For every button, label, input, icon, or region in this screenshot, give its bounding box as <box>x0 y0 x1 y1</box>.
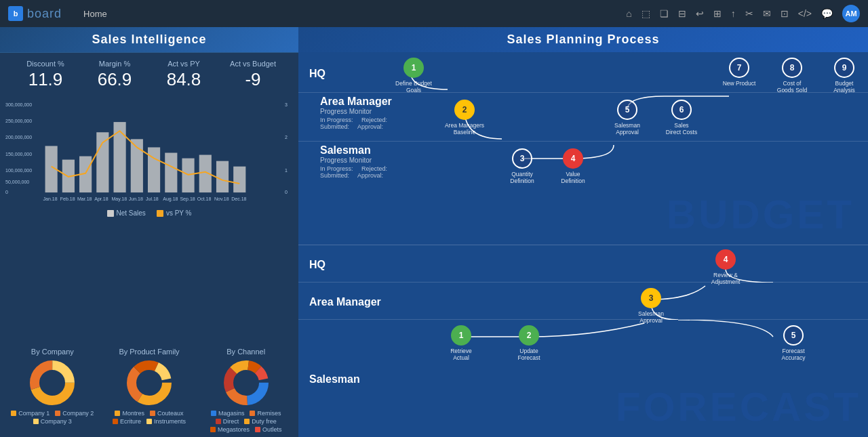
chart-legend: Net Sales vs PY % <box>5 208 293 218</box>
step-3: 3 QuantityDefinition <box>502 148 542 184</box>
donuts-section: By Company Company 1 Company 2 Company 3 <box>0 344 298 437</box>
kpi-margin-value: 66.9 <box>80 69 149 90</box>
share-icon[interactable]: ↑ <box>731 8 736 19</box>
step-5-circle: 5 <box>617 100 637 120</box>
panels-icon[interactable]: ❏ <box>660 8 669 19</box>
svg-text:Oct.18: Oct.18 <box>197 196 212 201</box>
code-icon[interactable]: </> <box>798 8 812 19</box>
forecast-am-label: Area Manager <box>298 292 392 310</box>
topnav: b board Home ⌂ ⬚ ❏ ⊟ ↩ ⊞ ↑ ✂ ✉ ⊡ </> 💬 A… <box>0 0 868 27</box>
budget-am-info: Area Manager Progress Monitor In Progres… <box>298 96 403 130</box>
center-icon[interactable]: ⊞ <box>713 8 722 19</box>
kpi-discount-value: 11.9 <box>11 69 80 90</box>
left-panel-header: Sales Intelligence <box>0 27 298 53</box>
step-4-circle: 4 <box>563 148 583 169</box>
svg-rect-15 <box>114 122 126 192</box>
process-content: BUDGET HQ 1 Define BudgetGoals 7 New Pro… <box>298 52 868 437</box>
forecast-hq-flow <box>298 245 868 283</box>
right-panel: Sales Planning Process BUDGET HQ 1 Defin… <box>298 27 868 437</box>
logo-box: b <box>8 6 23 21</box>
svg-text:100,000,000: 100,000,000 <box>5 168 32 173</box>
kpi-actpy-label: Act vs PY <box>149 60 218 68</box>
budget-hq-row: HQ 1 Define BudgetGoals 7 New Product 8 … <box>298 52 868 93</box>
forecast-hq-label: HQ <box>298 255 336 272</box>
step-5-label: SalesmanApproval <box>607 122 648 136</box>
budget-watermark: BUDGET <box>667 191 854 238</box>
svg-text:300,000,000: 300,000,000 <box>5 102 32 107</box>
forecast-hq-row: HQ 4 Review &Adjustment <box>298 245 868 283</box>
forecast-step-3: 3 SalesmanApproval <box>631 288 671 324</box>
donut-company-title: By Company <box>5 348 100 356</box>
kpi-actpy: Act vs PY 84.8 <box>149 60 218 90</box>
svg-text:Nov.18: Nov.18 <box>214 196 229 201</box>
svg-rect-17 <box>148 147 160 192</box>
kpi-actbudget: Act vs Budget -9 <box>218 60 288 90</box>
nav-home[interactable]: Home <box>83 9 107 19</box>
layout-icon[interactable]: ⊟ <box>678 8 686 19</box>
svg-point-50 <box>234 371 258 395</box>
budget-salesman-label: Salesman <box>309 140 382 157</box>
forecast-step-1-label: RetrieveActual <box>441 348 481 361</box>
legend-vs-py-label: vs PY % <box>166 209 192 217</box>
right-panel-title: Sales Planning Process <box>298 33 868 47</box>
forecast-step-4: 4 Review &Adjustment <box>705 249 746 285</box>
forecast-step-2: 2 UpdateForecast <box>509 325 549 361</box>
budget-am-details: In Progress: Rejected:Submitted: Approva… <box>309 117 403 130</box>
donut-channel-title: By Channel <box>199 348 293 356</box>
step-7: 7 New Product <box>719 58 760 87</box>
filter-icon[interactable]: ⊡ <box>781 8 789 19</box>
step-6: 6 SalesDirect Costs <box>661 100 702 136</box>
legend-net-sales: Net Sales <box>107 209 146 217</box>
step-9-circle: 9 <box>834 58 854 78</box>
mail-icon[interactable]: ✉ <box>763 8 771 19</box>
kpi-actpy-value: 84.8 <box>149 69 218 90</box>
donut-product: By Product Family Montres Couteaux <box>102 348 197 433</box>
svg-text:0: 0 <box>5 190 8 194</box>
donut-channel: By Channel Magasins <box>199 348 293 433</box>
left-panel-title: Sales Intelligence <box>0 33 298 47</box>
svg-point-38 <box>40 371 64 395</box>
step-4-label: ValueDefinition <box>553 171 593 184</box>
forecast-step-1-circle: 1 <box>451 325 471 346</box>
budget-am-row: Area Manager Progress Monitor In Progres… <box>298 93 868 142</box>
svg-rect-22 <box>233 167 245 192</box>
svg-rect-14 <box>96 132 108 192</box>
donut-product-title: By Product Family <box>102 348 197 356</box>
svg-text:Jan.18: Jan.18 <box>43 196 58 201</box>
budget-hq-label: HQ <box>298 64 336 81</box>
scissors-icon[interactable]: ✂ <box>745 8 753 19</box>
svg-rect-21 <box>216 161 229 192</box>
legend-net-sales-label: Net Sales <box>117 209 146 217</box>
forecast-step-3-circle: 3 <box>641 288 661 308</box>
svg-text:200,000,000: 200,000,000 <box>5 135 32 140</box>
step-1-circle: 1 <box>403 58 424 78</box>
step-7-circle: 7 <box>729 58 749 78</box>
user-avatar[interactable]: AM <box>842 5 860 22</box>
legend-vs-py: vs PY % <box>157 209 192 217</box>
step-1: 1 Define BudgetGoals <box>393 58 434 93</box>
undo-icon[interactable]: ↩ <box>696 8 704 19</box>
budget-salesman-details: In Progress: Rejected:Submitted: Approva… <box>309 165 398 179</box>
svg-text:50,000,000: 50,000,000 <box>5 180 29 184</box>
legend-vs-py-dot <box>157 210 163 217</box>
svg-text:Apr.18: Apr.18 <box>94 196 108 202</box>
kpi-discount: Discount % 11.9 <box>11 60 80 90</box>
forecast-step-5: 5 ForecastAccuracy <box>773 325 814 361</box>
svg-text:Jun.18: Jun.18 <box>129 196 143 201</box>
donut-product-legend: Montres Couteaux Ecriture Instruments <box>102 410 197 425</box>
forecast-salesman-label: Salesman <box>298 369 371 387</box>
budget-section: BUDGET HQ 1 Define BudgetGoals 7 New Pro… <box>298 52 868 245</box>
nav-icons: ⌂ ⬚ ❏ ⊟ ↩ ⊞ ↑ ✂ ✉ ⊡ </> 💬 AM <box>626 5 860 22</box>
svg-rect-18 <box>165 153 177 193</box>
forecast-step-4-circle: 4 <box>715 249 736 270</box>
step-8-circle: 8 <box>782 58 802 78</box>
forecast-step-2-circle: 2 <box>519 325 539 346</box>
svg-text:2: 2 <box>285 135 288 140</box>
home-icon[interactable]: ⌂ <box>626 8 631 19</box>
donut-product-chart <box>102 358 197 407</box>
select-icon[interactable]: ⬚ <box>642 8 650 19</box>
comment-icon[interactable]: 💬 <box>821 8 833 19</box>
svg-text:May.18: May.18 <box>111 196 127 202</box>
step-3-label: QuantityDefinition <box>502 171 542 184</box>
donut-company-chart <box>5 358 100 407</box>
